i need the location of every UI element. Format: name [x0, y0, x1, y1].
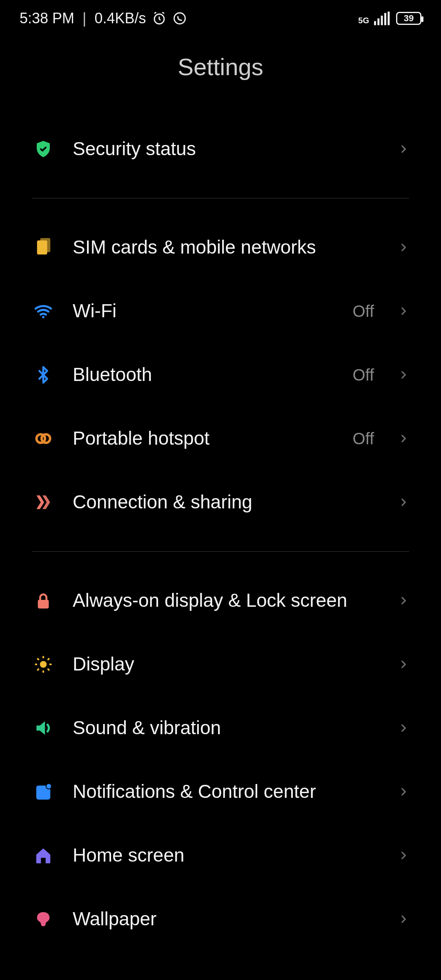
connection-sharing-icon — [32, 491, 55, 514]
battery-icon: 39 — [396, 12, 421, 25]
chevron-right-icon — [398, 305, 409, 317]
row-label: Security status — [73, 138, 374, 160]
sim-card-icon — [32, 236, 55, 259]
row-label: Sound & vibration — [73, 717, 374, 739]
svg-rect-2 — [374, 21, 376, 25]
row-label: Home screen — [73, 844, 374, 866]
signal-icon — [374, 11, 390, 25]
row-security-status[interactable]: Security status — [32, 117, 409, 181]
alarm-icon — [152, 11, 167, 26]
row-label: Wi-Fi — [73, 300, 334, 322]
chevron-right-icon — [398, 369, 409, 381]
brightness-icon — [32, 653, 55, 676]
svg-point-13 — [40, 661, 47, 668]
svg-rect-4 — [381, 16, 383, 25]
svg-rect-3 — [377, 18, 379, 25]
chevron-right-icon — [398, 433, 409, 444]
row-value: Off — [352, 430, 374, 448]
row-label: Always-on display & Lock screen — [73, 589, 374, 612]
settings-list: Security status SIM cards & mobile netwo… — [0, 117, 441, 951]
row-label: Display — [73, 653, 374, 675]
svg-rect-12 — [38, 600, 49, 608]
row-label: SIM cards & mobile networks — [73, 236, 374, 258]
chevron-right-icon — [398, 913, 409, 925]
bluetooth-icon — [32, 363, 55, 386]
hotspot-icon — [32, 427, 55, 450]
wifi-icon — [32, 300, 55, 323]
section-divider — [32, 198, 409, 198]
chevron-right-icon — [398, 850, 409, 861]
status-time: 5:38 PM — [20, 10, 74, 27]
row-always-on-display[interactable]: Always-on display & Lock screen — [32, 569, 409, 633]
svg-rect-8 — [40, 238, 50, 252]
row-wallpaper[interactable]: Wallpaper — [32, 887, 409, 951]
row-connection-sharing[interactable]: Connection & sharing — [32, 470, 409, 534]
row-value: Off — [352, 302, 374, 321]
chevron-right-icon — [398, 595, 409, 606]
row-value: Off — [352, 366, 374, 384]
chevron-right-icon — [398, 786, 409, 797]
home-icon — [32, 844, 55, 867]
row-sound-vibration[interactable]: Sound & vibration — [32, 696, 409, 760]
viber-icon — [172, 11, 187, 26]
lock-icon — [32, 589, 55, 612]
row-home-screen[interactable]: Home screen — [32, 824, 409, 887]
row-label: Portable hotspot — [73, 427, 334, 450]
row-display[interactable]: Display — [32, 633, 409, 696]
shield-check-icon — [32, 138, 55, 160]
svg-point-9 — [42, 316, 45, 318]
row-notifications[interactable]: Notifications & Control center — [32, 760, 409, 824]
section-divider — [32, 551, 409, 552]
row-bluetooth[interactable]: Bluetooth Off — [32, 343, 409, 407]
chevron-right-icon — [398, 497, 409, 508]
status-divider: | — [80, 10, 89, 27]
svg-rect-5 — [384, 13, 386, 25]
wallpaper-icon — [32, 908, 55, 931]
chevron-right-icon — [398, 242, 409, 253]
sound-icon — [32, 717, 55, 739]
network-type: 5G — [358, 16, 369, 24]
status-bar: 5:38 PM | 0.4KB/s 5G 39 — [0, 0, 441, 37]
row-label: Connection & sharing — [73, 491, 374, 513]
battery-percent: 39 — [404, 13, 414, 24]
chevron-right-icon — [398, 722, 409, 734]
row-wifi[interactable]: Wi-Fi Off — [32, 279, 409, 343]
row-hotspot[interactable]: Portable hotspot Off — [32, 407, 409, 470]
row-label: Wallpaper — [73, 908, 374, 930]
row-label: Notifications & Control center — [73, 780, 374, 803]
svg-rect-6 — [388, 11, 390, 25]
row-label: Bluetooth — [73, 363, 334, 386]
page-title: Settings — [0, 53, 441, 80]
control-center-icon — [32, 780, 55, 803]
svg-point-15 — [46, 784, 51, 789]
status-net-speed: 0.4KB/s — [94, 10, 146, 27]
chevron-right-icon — [398, 143, 409, 155]
chevron-right-icon — [398, 659, 409, 670]
row-sim[interactable]: SIM cards & mobile networks — [32, 216, 409, 279]
svg-point-1 — [174, 13, 185, 24]
